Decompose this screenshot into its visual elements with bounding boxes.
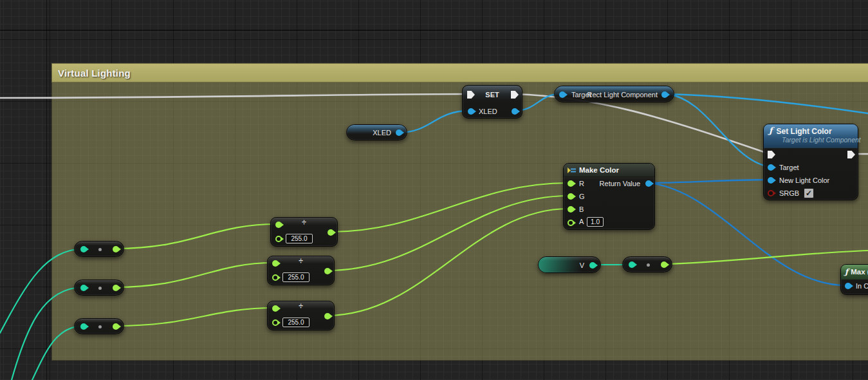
xled-getter-output-pin[interactable] [396, 129, 402, 136]
wire-conv1-to-div1[interactable] [115, 224, 277, 249]
xled-output-pin[interactable] [512, 108, 518, 115]
function-icon: ƒ [769, 126, 773, 135]
b-label: B [579, 205, 584, 213]
divisor-value-input[interactable]: 255.0 [282, 318, 309, 327]
max-node-header: ƒ Max ( [841, 265, 868, 280]
rect-light-component-output-pin[interactable] [661, 91, 668, 98]
conversion-input-pin[interactable] [80, 285, 87, 291]
conversion-dot-icon [98, 248, 102, 251]
comment-title: Virtual Lighting [52, 68, 131, 79]
wire-xled-to-set[interactable] [398, 111, 469, 133]
new-light-color-pin[interactable] [768, 177, 774, 184]
target-input-pin[interactable] [559, 91, 566, 98]
comment-box-header[interactable]: Virtual Lighting [51, 63, 868, 82]
in-color-label: In Co [856, 282, 868, 290]
make-color-header: Make Color [564, 164, 654, 177]
rect-light-component-node[interactable]: Target Rect Light Component [554, 86, 674, 102]
wire-div2-to-g[interactable] [327, 196, 569, 271]
srgb-label: SRGB [779, 189, 799, 197]
xled-input-pin[interactable] [468, 108, 474, 115]
divisor-pin[interactable] [272, 274, 279, 281]
xled-getter-node[interactable]: XLED [346, 124, 407, 140]
conversion-input-pin[interactable] [80, 323, 87, 330]
function-icon: ƒ [845, 267, 848, 276]
v-getter-output-pin[interactable] [589, 262, 596, 269]
in-color-pin[interactable] [845, 283, 851, 289]
conversion-input-pin[interactable] [629, 261, 635, 268]
target-label: Target [779, 164, 799, 171]
v-getter-label: V [580, 261, 584, 269]
blueprint-graph[interactable]: Virtual Lighting [0, 0, 868, 380]
dividend-pin[interactable] [275, 222, 282, 228]
result-pin[interactable] [328, 229, 334, 236]
return-value-pin[interactable] [645, 180, 652, 187]
set-light-color-header: ƒ Set Light Color Target is Light Compon… [764, 124, 858, 148]
set-light-color-subtitle: Target is Light Component [782, 136, 861, 144]
set-light-color-node[interactable]: ƒ Set Light Color Target is Light Compon… [763, 124, 858, 200]
dividend-pin[interactable] [272, 260, 279, 267]
rect-light-component-label: Rect Light Component [587, 91, 658, 99]
conversion-output-pin[interactable] [113, 246, 119, 252]
conversion-output-pin[interactable] [113, 323, 119, 330]
xled-getter-label: XLED [373, 129, 391, 137]
a-label: A [579, 218, 584, 225]
a-value-input[interactable]: 1.0 [587, 217, 604, 227]
result-pin[interactable] [324, 313, 331, 319]
target-pin[interactable] [768, 164, 774, 171]
wire-exec-in-set[interactable] [0, 94, 468, 98]
divide-node-3[interactable]: ÷ 255.0 [267, 301, 335, 330]
divisor-value-input[interactable]: 255.0 [282, 272, 309, 282]
a-pin[interactable] [568, 220, 574, 226]
conversion-output-pin[interactable] [113, 285, 119, 291]
dividend-pin[interactable] [272, 305, 279, 312]
max-node-title: Max ( [851, 268, 868, 276]
g-pin[interactable] [568, 193, 574, 200]
wire-conv3-to-div3[interactable] [115, 308, 273, 326]
wire-conv2-to-div2[interactable] [115, 263, 273, 287]
divisor-value-input[interactable]: 255.0 [286, 234, 313, 243]
b-pin[interactable] [568, 206, 574, 213]
wire-rectlight-out-right[interactable] [667, 94, 868, 113]
wire-div1-to-r[interactable] [330, 183, 569, 232]
int-to-float-conversion-node-3[interactable] [74, 318, 124, 334]
divide-node-1[interactable]: ÷ 255.0 [270, 217, 338, 247]
xled-pin-label: XLED [479, 108, 497, 115]
conversion-input-pin[interactable] [80, 246, 87, 252]
make-color-node[interactable]: Make Color R Return Value G B A 1.0 [563, 163, 655, 230]
divide-node-2[interactable]: ÷ 255.0 [267, 256, 335, 285]
max-color-node[interactable]: ƒ Max ( In Co [840, 264, 868, 295]
int-to-float-conversion-node-4[interactable] [622, 256, 672, 272]
return-value-label: Return Value [600, 180, 640, 187]
exec-out-pin[interactable] [847, 151, 855, 158]
wire-in-conv2[interactable] [12, 287, 82, 380]
r-label: R [579, 180, 584, 187]
srgb-checkbox[interactable]: ✓ [804, 188, 814, 198]
r-pin[interactable] [568, 180, 574, 187]
exec-in-pin[interactable] [768, 151, 775, 158]
wire-layer [0, 0, 868, 380]
wire-in-conv1[interactable] [0, 249, 82, 333]
make-color-title: Make Color [579, 166, 619, 174]
conversion-dot-icon [98, 287, 102, 290]
set-light-color-title: Set Light Color [777, 127, 832, 136]
result-pin[interactable] [324, 268, 331, 274]
wire-makecolor-to-newlightcolor[interactable] [648, 180, 769, 183]
v-getter-node[interactable]: V [538, 256, 601, 273]
int-to-float-conversion-node-1[interactable] [74, 241, 124, 257]
conversion-dot-icon [647, 263, 650, 267]
divisor-pin[interactable] [272, 319, 279, 326]
conversion-dot-icon [98, 325, 102, 328]
wire-div3-to-b[interactable] [327, 209, 569, 316]
conversion-output-pin[interactable] [661, 261, 667, 268]
divisor-pin[interactable] [275, 236, 282, 242]
new-light-color-label: New Light Color [779, 176, 829, 184]
wire-rectlight-to-setlightcolor-target[interactable] [667, 94, 769, 167]
make-struct-icon [568, 167, 576, 174]
g-label: G [579, 193, 585, 200]
srgb-pin[interactable] [768, 190, 774, 196]
int-to-float-conversion-node-2[interactable] [74, 280, 124, 296]
set-xled-node[interactable]: SET XLED [462, 85, 522, 119]
wire-in-conv3[interactable] [32, 326, 82, 380]
wire-exec-set-to-setlightcolor[interactable] [514, 94, 770, 154]
